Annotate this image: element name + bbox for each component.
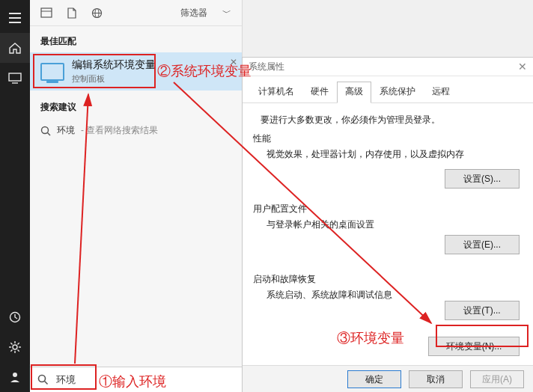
dialog-titlebar: 系统属性 ✕ [243, 58, 533, 76]
monitor-icon[interactable] [0, 63, 30, 93]
suggestion-item[interactable]: 环境 - 查看网络搜索结果 [30, 118, 242, 143]
cancel-button[interactable]: 取消 [409, 370, 463, 388]
dialog-title: 系统属性 [249, 61, 284, 73]
suggestion-hint: - 查看网络搜索结果 [81, 124, 158, 137]
tab-computer-name[interactable]: 计算机名 [250, 82, 302, 103]
globe-icon[interactable] [91, 7, 103, 19]
admin-note: 要进行大多数更改，你必须作为管理员登录。 [261, 114, 523, 126]
svg-rect-16 [41, 8, 52, 17]
chevron-down-icon[interactable]: ﹀ [222, 7, 231, 19]
dialog-content: 要进行大多数更改，你必须作为管理员登录。 性能 视觉效果，处理器计划，内存使用，… [243, 103, 533, 372]
ok-button[interactable]: 确定 [347, 370, 401, 388]
svg-point-23 [39, 376, 46, 382]
best-match-label: 最佳匹配 [30, 32, 242, 52]
apply-button[interactable]: 应用(A) [470, 370, 524, 388]
tab-icon[interactable] [40, 7, 52, 18]
search-bar[interactable] [30, 367, 242, 392]
suggestion-text: 环境 [57, 124, 75, 137]
startup-group-desc: 系统启动、系统故障和调试信息 [266, 289, 523, 301]
search-icon [37, 374, 49, 385]
tab-remote[interactable]: 远程 [424, 82, 458, 103]
tab-bar: 计算机名 硬件 高级 系统保护 远程 [243, 76, 533, 103]
system-properties-dialog: 系统属性 ✕ 计算机名 硬件 高级 系统保护 远程 要进行大多数更改，你必须作为… [242, 57, 533, 392]
svg-line-11 [10, 343, 12, 344]
suggestions-label: 搜索建议 [30, 98, 242, 118]
search-icon [40, 126, 51, 136]
best-match-result[interactable]: 编辑系统环境变量 控制面板 ✕ [30, 52, 242, 91]
dialog-footer: 确定 取消 应用(A) [243, 365, 533, 392]
svg-point-6 [13, 345, 17, 349]
svg-line-13 [18, 343, 19, 344]
close-icon[interactable]: ✕ [518, 61, 527, 73]
start-search-pane: 筛选器 ﹀ 最佳匹配 编辑系统环境变量 控制面板 ✕ 搜索建议 环境 - 查看网… [30, 0, 243, 392]
profile-group-label: 用户配置文件 [253, 203, 523, 215]
taskbar [0, 0, 30, 392]
filter-label[interactable]: 筛选器 [180, 7, 207, 19]
result-subtitle: 控制面板 [72, 73, 156, 85]
perf-group-label: 性能 [253, 132, 523, 145]
tab-advanced[interactable]: 高级 [337, 82, 371, 103]
clock-icon[interactable] [0, 302, 30, 332]
close-icon[interactable]: ✕ [230, 57, 237, 67]
svg-point-21 [42, 126, 49, 133]
svg-point-15 [13, 373, 17, 377]
home-icon[interactable] [0, 33, 30, 63]
gear-icon[interactable] [0, 332, 30, 362]
svg-line-14 [10, 350, 12, 352]
svg-line-22 [48, 132, 51, 135]
perf-settings-button[interactable]: 设置(S)... [445, 169, 520, 189]
perf-group-desc: 视觉效果，处理器计划，内存使用，以及虚拟内存 [266, 148, 523, 161]
startup-settings-button[interactable]: 设置(T)... [445, 301, 520, 320]
svg-rect-3 [9, 73, 21, 81]
person-icon[interactable] [0, 362, 30, 392]
profile-group-desc: 与登录帐户相关的桌面设置 [266, 218, 523, 231]
tab-hardware[interactable]: 硬件 [302, 82, 337, 103]
document-icon[interactable] [67, 7, 76, 19]
env-vars-button[interactable]: 环境变量(N)... [428, 337, 520, 356]
svg-line-24 [45, 382, 48, 385]
control-panel-icon [40, 63, 64, 81]
result-title: 编辑系统环境变量 [72, 58, 156, 72]
scope-bar: 筛选器 ﹀ [30, 0, 242, 26]
search-input[interactable] [55, 373, 234, 386]
menu-icon[interactable] [0, 3, 30, 33]
startup-group-label: 启动和故障恢复 [253, 273, 523, 286]
profile-settings-button[interactable]: 设置(E)... [445, 235, 520, 254]
svg-line-12 [18, 350, 19, 352]
tab-protection[interactable]: 系统保护 [371, 82, 424, 103]
